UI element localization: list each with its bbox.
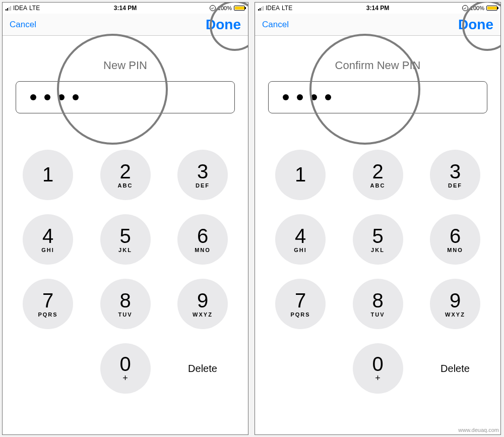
nav-bar: Cancel Done	[255, 14, 500, 36]
battery-percent: 100%	[218, 5, 232, 11]
status-bar: IDEA LTE 3:14 PM ⤾ 100%	[3, 3, 248, 14]
signal-icon	[258, 6, 264, 11]
key-1[interactable]: 1	[23, 150, 73, 200]
network-type: LTE	[29, 5, 40, 12]
cancel-button[interactable]: Cancel	[262, 20, 289, 30]
key-9[interactable]: 9WXYZ	[430, 279, 480, 329]
signal-icon	[6, 6, 11, 11]
cancel-button[interactable]: Cancel	[10, 20, 36, 30]
network-type: LTE	[282, 5, 292, 12]
pin-dot	[73, 94, 79, 100]
pin-dot	[44, 94, 50, 100]
page-title: Confirm New PIN	[255, 59, 500, 72]
key-3[interactable]: 3DEF	[430, 150, 480, 200]
carrier-label: IDEA	[13, 5, 27, 12]
key-5[interactable]: 5JKL	[100, 214, 151, 265]
pin-dot	[30, 94, 36, 100]
key-9[interactable]: 9WXYZ	[177, 279, 228, 329]
key-3[interactable]: 3DEF	[177, 150, 228, 200]
pin-input[interactable]	[16, 81, 235, 113]
done-button[interactable]: Done	[458, 17, 493, 33]
key-7[interactable]: 7PQRS	[275, 279, 326, 329]
key-6[interactable]: 6MNO	[177, 214, 228, 265]
battery-icon	[234, 6, 245, 11]
orientation-lock-icon: ⤾	[210, 5, 216, 11]
key-1[interactable]: 1	[275, 150, 326, 200]
clock: 3:14 PM	[366, 5, 389, 12]
key-5[interactable]: 5JKL	[353, 214, 403, 265]
key-4[interactable]: 4GHI	[23, 214, 73, 265]
key-6[interactable]: 6MNO	[430, 214, 480, 265]
key-4[interactable]: 4GHI	[275, 214, 326, 265]
battery-icon	[486, 6, 497, 11]
keypad: 1 2ABC 3DEF 4GHI 5JKL 6MNO 7PQRS 8TUV 9W…	[255, 150, 500, 394]
delete-button[interactable]: Delete	[177, 363, 228, 374]
orientation-lock-icon: ⤾	[462, 5, 468, 11]
pin-input[interactable]	[268, 81, 487, 113]
nav-bar: Cancel Done	[3, 14, 248, 36]
keypad-spacer	[23, 343, 73, 394]
keypad: 1 2ABC 3DEF 4GHI 5JKL 6MNO 7PQRS 8TUV 9W…	[3, 150, 248, 394]
pin-dot	[297, 94, 303, 100]
key-2[interactable]: 2ABC	[100, 150, 151, 200]
key-7[interactable]: 7PQRS	[23, 279, 73, 329]
clock: 3:14 PM	[114, 5, 137, 12]
screen-new-pin: IDEA LTE 3:14 PM ⤾ 100% Cancel Done New …	[2, 2, 248, 435]
page-title: New PIN	[3, 59, 248, 72]
key-0[interactable]: 0+	[353, 343, 403, 394]
done-button[interactable]: Done	[206, 17, 241, 33]
pin-dot	[325, 94, 331, 100]
key-2[interactable]: 2ABC	[353, 150, 403, 200]
keypad-spacer	[275, 343, 326, 394]
key-0[interactable]: 0+	[100, 343, 151, 394]
battery-percent: 100%	[470, 5, 484, 11]
key-8[interactable]: 8TUV	[100, 279, 151, 329]
watermark: www.deuaq.com	[458, 427, 499, 433]
status-bar: IDEA LTE 3:14 PM ⤾ 100%	[255, 3, 500, 14]
pin-dot	[58, 94, 65, 100]
pin-dot	[283, 94, 289, 100]
delete-button[interactable]: Delete	[430, 363, 480, 374]
key-8[interactable]: 8TUV	[353, 279, 403, 329]
screen-confirm-pin: IDEA LTE 3:14 PM ⤾ 100% Cancel Done Conf…	[255, 2, 501, 435]
carrier-label: IDEA	[266, 5, 280, 12]
pin-dot	[311, 94, 317, 100]
